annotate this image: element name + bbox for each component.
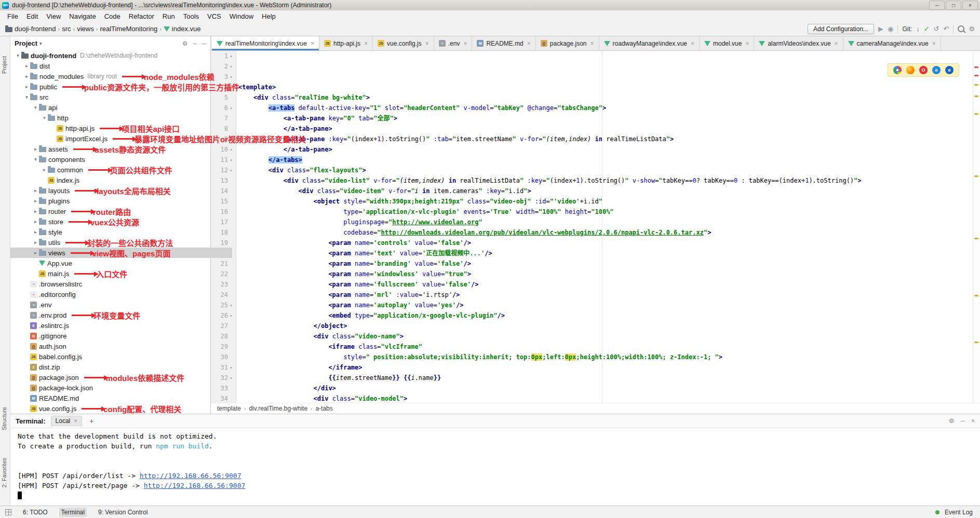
code-line[interactable]: <div class="video-item" v-for="i in item…: [238, 186, 980, 196]
minimize-button[interactable]: ─: [929, 1, 945, 10]
code-line[interactable]: <param name='branding' value='false'/>: [238, 258, 980, 269]
fold-icon[interactable]: ▾: [228, 365, 234, 370]
code-line[interactable]: pluginspage="http://www.videolan.org": [238, 217, 980, 227]
breadcrumb-item-realtimemonitoring[interactable]: realTimeMonitoring: [100, 25, 157, 33]
tree-item-src[interactable]: ▾src: [10, 92, 223, 102]
tree-chevron-icon[interactable]: ▸: [23, 63, 30, 69]
close-icon[interactable]: ×: [590, 40, 594, 47]
stripe-item-2-favorites[interactable]: 2: Favorites: [1, 458, 7, 487]
code-line[interactable]: <a-tab-pane :key="(index+1).toString()" …: [238, 134, 980, 144]
tree-item-vue-config-js[interactable]: JSvue.config.jsconfig配置、代理相关: [10, 403, 223, 414]
fold-icon[interactable]: ▾: [228, 376, 234, 380]
tree-item-babel-config-js[interactable]: JSbabel.config.js: [10, 351, 223, 362]
code-line[interactable]: codebase="http://downloads.videolan.org/…: [238, 227, 980, 238]
status-item-terminal[interactable]: Terminal: [59, 508, 87, 517]
close-icon[interactable]: ×: [745, 40, 749, 47]
status-item-9-version-control[interactable]: 9: Version Control: [96, 508, 150, 517]
tree-item-router[interactable]: ▸routerrouter路由: [10, 206, 232, 216]
new-terminal-session-icon[interactable]: +: [87, 417, 96, 425]
editor-tab-roadwaymanage-index-vue[interactable]: roadwayManage\index.vue×: [599, 36, 700, 50]
git-rollback-icon[interactable]: ↶: [943, 25, 949, 32]
tree-item-package-lock-json[interactable]: {}package-lock.json: [10, 383, 223, 393]
breadcrumb-item-views[interactable]: views: [77, 25, 94, 33]
terminal-output[interactable]: Note that the development build is not o…: [10, 428, 980, 506]
tree-item-utils[interactable]: ▸utils封装的一些公共函数方法: [10, 237, 232, 248]
panel-options-icon[interactable]: ⚙: [182, 40, 188, 47]
close-icon[interactable]: ×: [364, 40, 368, 47]
tool-window-switcher-icon[interactable]: [5, 509, 11, 515]
ie-browser-icon[interactable]: e: [932, 66, 941, 74]
tree-item-auth-json[interactable]: {}auth.json: [10, 341, 223, 351]
editor-tab-realtimemonitoring-index-vue[interactable]: realTimeMonitoring\index.vue×: [212, 36, 319, 50]
stripe-item-structure[interactable]: Structure: [1, 407, 7, 430]
menu-item-help[interactable]: Help: [258, 11, 280, 21]
breadcrumb-item-duoji-frontend[interactable]: duoji-frontend: [5, 25, 56, 33]
close-icon[interactable]: ×: [74, 417, 77, 425]
code-line[interactable]: <a-tab-pane key="0" tab="全部">: [238, 113, 980, 124]
code-line[interactable]: </a-tab-pane>: [238, 144, 980, 155]
tree-item-store[interactable]: ▸storevuex公共资源: [10, 216, 232, 227]
chevron-down-icon[interactable]: ▾: [39, 41, 42, 46]
tree-item-http-api-js[interactable]: JShttp-api.js项目相关api接口: [10, 123, 250, 133]
code-line[interactable]: </iframe>: [238, 362, 980, 373]
tree-chevron-icon[interactable]: ▸: [32, 229, 39, 235]
code-line[interactable]: <iframe class="vlcIframe": [238, 342, 980, 352]
close-icon[interactable]: ×: [425, 40, 429, 47]
fold-icon[interactable]: ▾: [228, 75, 234, 79]
menu-item-refactor[interactable]: Refactor: [125, 11, 158, 21]
code-line[interactable]: <div class="realTime bg-white">: [238, 92, 980, 103]
code-line[interactable]: <a-tabs default-active-key="1" slot="hea…: [238, 103, 980, 113]
code-line[interactable]: style=" position:absolute;visibility:inh…: [238, 352, 980, 362]
menu-item-view[interactable]: View: [42, 11, 65, 21]
editor-tab-vue-config-js[interactable]: JSvue.config.js×: [373, 36, 434, 50]
tree-item-gitignore[interactable]: G.gitignore: [10, 331, 223, 341]
code-line[interactable]: <div class="video-list" v-for="(item,ind…: [238, 175, 980, 186]
tree-item-app-vue[interactable]: App.vue: [10, 258, 232, 268]
tree-item-http[interactable]: ▾http: [10, 113, 241, 123]
settings-icon[interactable]: ⚙: [969, 25, 975, 32]
breadcrumb-item-index-vue[interactable]: index.vue: [164, 25, 201, 33]
tree-item-index-js[interactable]: JSindex.js: [10, 175, 241, 185]
editor-tab-model-vue[interactable]: model.vue×: [700, 36, 754, 50]
tree-item-eslintrc-js[interactable]: E.eslintrc.js: [10, 320, 223, 331]
tree-item-common[interactable]: ▸common页面公共组件文件: [10, 165, 241, 175]
close-icon[interactable]: ×: [527, 40, 531, 47]
tree-item-package-json[interactable]: {}package.jsonmodules依赖描述文件: [10, 372, 223, 383]
close-terminal-icon[interactable]: ×: [971, 417, 975, 425]
tree-item-importexcel-js[interactable]: JSimportExcel.js暴露环境变量地址给图片or视频资源路径变量相关: [10, 133, 250, 144]
tree-item-dist-zip[interactable]: Zdist.zip: [10, 362, 223, 372]
code-line[interactable]: <param name='text' value='正在加载视频中...'/>: [238, 248, 980, 258]
close-icon[interactable]: ×: [311, 40, 314, 47]
edge-browser-icon[interactable]: e: [945, 66, 954, 74]
editor-tab-http-api-js[interactable]: JShttp-api.js×: [319, 36, 373, 50]
breadcrumb-item-src[interactable]: src: [62, 25, 71, 33]
close-icon[interactable]: ×: [932, 40, 936, 47]
close-icon[interactable]: ×: [835, 40, 838, 47]
code-line[interactable]: </object>: [238, 321, 980, 331]
code-line[interactable]: <embed type="application/x-google-vlc-pl…: [238, 310, 980, 321]
editor-breadcrumb-item[interactable]: a-tabs: [315, 405, 332, 412]
code-line[interactable]: </div>: [238, 383, 980, 393]
code-line[interactable]: <param name='mrl' :value='i.rtsp'/>: [238, 290, 980, 300]
menu-item-run[interactable]: Run: [158, 11, 179, 21]
chrome-browser-icon[interactable]: [893, 66, 902, 74]
editor-tab-readme-md[interactable]: MREADME.md×: [472, 36, 535, 50]
fold-icon[interactable]: ▾: [228, 64, 234, 69]
tree-item-style[interactable]: ▸style: [10, 227, 232, 237]
tree-chevron-icon[interactable]: ▸: [23, 84, 30, 89]
tree-item-browserslistrc[interactable]: ≡.browserslistrc: [10, 279, 223, 289]
close-button[interactable]: ×: [962, 1, 978, 10]
line-number[interactable]: 1: [214, 52, 228, 60]
firefox-browser-icon[interactable]: [906, 66, 915, 74]
menu-item-code[interactable]: Code: [100, 11, 125, 21]
tree-item-editorconfig[interactable]: ≡.editorconfig: [10, 289, 223, 299]
code-line[interactable]: <div class="video-name">: [238, 331, 980, 342]
status-item-6-todo[interactable]: 6: TODO: [21, 508, 50, 517]
tree-chevron-icon[interactable]: ▸: [32, 250, 39, 255]
menu-item-tools[interactable]: Tools: [179, 11, 203, 21]
status-item-event-log[interactable]: Event Log: [943, 508, 975, 517]
debug-icon[interactable]: ◉: [888, 25, 893, 32]
terminal-tab-local[interactable]: Local×: [51, 416, 83, 426]
tree-chevron-icon[interactable]: ▸: [32, 219, 39, 224]
tree-item-components[interactable]: ▾components: [10, 154, 232, 165]
